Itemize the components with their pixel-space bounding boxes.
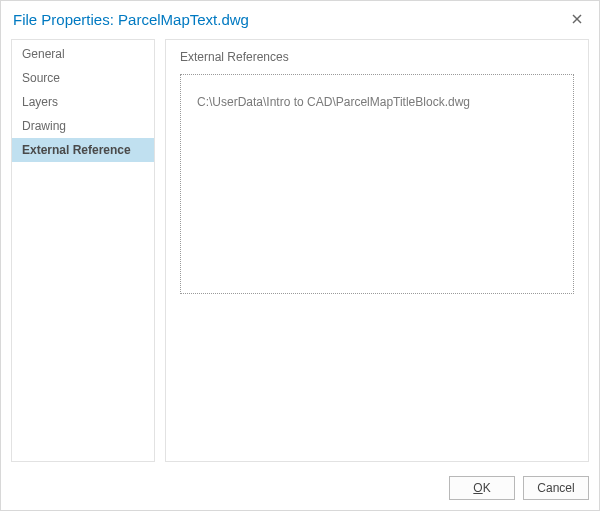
dialog-body: General Source Layers Drawing External R…: [1, 39, 599, 468]
dialog-footer: OK Cancel: [1, 468, 599, 510]
sidebar-item-label: General: [22, 47, 65, 61]
dialog-title: File Properties: ParcelMapText.dwg: [13, 11, 565, 28]
external-references-list[interactable]: C:\UserData\Intro to CAD\ParcelMapTitleB…: [180, 74, 574, 294]
ok-rest: K: [483, 481, 491, 495]
external-reference-path[interactable]: C:\UserData\Intro to CAD\ParcelMapTitleB…: [197, 95, 557, 109]
title-filename: ParcelMapText.dwg: [118, 11, 249, 28]
title-bar: File Properties: ParcelMapText.dwg: [1, 1, 599, 39]
sidebar-item-label: Source: [22, 71, 60, 85]
title-prefix: File Properties:: [13, 11, 118, 28]
sidebar-item-label: Layers: [22, 95, 58, 109]
sidebar-item-general[interactable]: General: [12, 42, 154, 66]
cancel-button[interactable]: Cancel: [523, 476, 589, 500]
sidebar-item-drawing[interactable]: Drawing: [12, 114, 154, 138]
content-panel: External References C:\UserData\Intro to…: [165, 39, 589, 462]
sidebar-item-source[interactable]: Source: [12, 66, 154, 90]
sidebar-item-layers[interactable]: Layers: [12, 90, 154, 114]
panel-heading: External References: [180, 50, 574, 64]
sidebar-item-label: Drawing: [22, 119, 66, 133]
sidebar-item-label: External Reference: [22, 143, 131, 157]
ok-accelerator: O: [473, 481, 482, 495]
sidebar: General Source Layers Drawing External R…: [11, 39, 155, 462]
sidebar-item-external-reference[interactable]: External Reference: [12, 138, 154, 162]
close-icon: [572, 14, 582, 24]
close-button[interactable]: [565, 7, 589, 31]
ok-button[interactable]: OK: [449, 476, 515, 500]
